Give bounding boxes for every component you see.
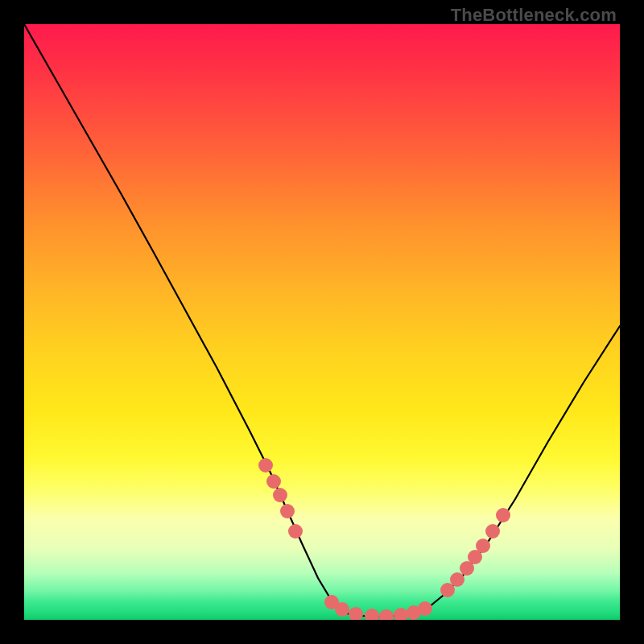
curve-marker-dot [280, 504, 295, 518]
curve-marker-dot [476, 539, 490, 553]
curve-marker-dot [496, 508, 510, 522]
curve-marker-dot [365, 609, 379, 620]
curve-marker-dot [266, 474, 281, 489]
curve-marker-dot [450, 572, 464, 587]
curve-marker-dot [288, 524, 303, 539]
curve-markers [258, 458, 510, 620]
curve-marker-dot [349, 607, 363, 620]
curve-marker-dot [258, 458, 273, 473]
chart-plot-area [24, 24, 620, 620]
curve-marker-dot [379, 609, 394, 620]
curve-marker-dot [394, 608, 408, 620]
curve-marker-dot [335, 602, 349, 617]
watermark-text: TheBottleneck.com [451, 5, 617, 26]
bottleneck-curve [24, 24, 620, 617]
curve-marker-dot [485, 524, 500, 539]
curve-marker-dot [273, 488, 287, 502]
chart-svg [24, 24, 620, 620]
curve-marker-dot [418, 601, 432, 616]
